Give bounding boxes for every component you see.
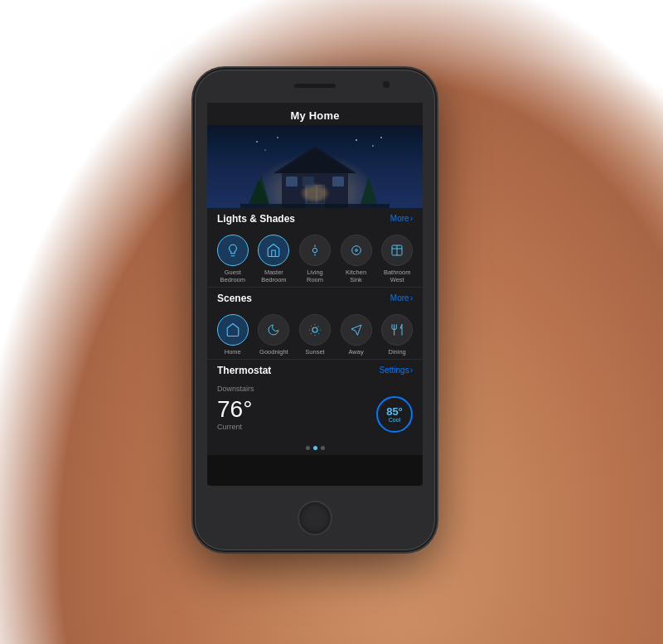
thermostat-location: Downstairs — [217, 385, 413, 393]
svg-point-27 — [312, 327, 317, 332]
page-dots — [207, 441, 423, 455]
scenes-icon-grid: Home Goodnight Sunset — [207, 307, 423, 359]
phone-camera — [383, 81, 390, 88]
phone-speaker — [294, 84, 336, 88]
svg-marker-10 — [278, 148, 352, 173]
target-temp-label: Cool — [389, 417, 400, 423]
light-item-master-bedroom[interactable]: MasterBedroom — [255, 235, 292, 283]
scene: My Home — [0, 0, 663, 644]
scene-label-dining: Dining — [389, 348, 406, 356]
light-item-living-room[interactable]: LivingRoom — [297, 235, 333, 283]
page-dot-1[interactable] — [306, 446, 310, 450]
light-icon-living-room — [299, 235, 331, 266]
light-icon-bathroom-west — [381, 235, 413, 266]
lights-section-title: Lights & Shades — [217, 213, 295, 225]
thermostat-section-header: Thermostat Settings › — [207, 359, 423, 380]
light-label-living-room: LivingRoom — [307, 269, 323, 283]
light-icon-guest-bedroom — [217, 235, 249, 266]
light-label-guest-bedroom: GuestBedroom — [220, 269, 245, 283]
lights-more-button[interactable]: More › — [390, 214, 413, 223]
scene-item-home[interactable]: Home — [215, 314, 251, 356]
scene-label-goodnight: Goodnight — [259, 348, 288, 356]
svg-point-2 — [356, 139, 357, 141]
scene-item-goodnight[interactable]: Goodnight — [255, 314, 292, 356]
scenes-section-title: Scenes — [217, 293, 252, 304]
page-dot-3[interactable] — [321, 446, 325, 450]
lights-section-header: Lights & Shades More › — [207, 208, 423, 228]
light-item-bathroom-west[interactable]: BathroomWest — [379, 235, 415, 283]
svg-point-0 — [256, 141, 258, 143]
light-icon-kitchen-sink — [341, 235, 372, 266]
current-temp-display: 76° Current — [217, 398, 252, 431]
scene-icon-sunset — [299, 314, 331, 346]
light-item-kitchen-sink[interactable]: KitchenSink — [338, 235, 375, 283]
svg-point-3 — [372, 145, 374, 147]
page-dot-2[interactable] — [313, 446, 317, 450]
svg-point-22 — [351, 245, 361, 254]
svg-rect-17 — [332, 177, 344, 186]
phone-bottom — [195, 486, 435, 550]
house-image[interactable] — [207, 125, 423, 208]
svg-marker-19 — [361, 177, 377, 204]
app-title: My Home — [207, 109, 423, 122]
home-button[interactable] — [298, 501, 332, 535]
phone-screen: My Home — [207, 103, 423, 486]
target-temp-display[interactable]: 85° Cool — [376, 396, 413, 433]
scene-item-sunset[interactable]: Sunset — [297, 314, 333, 356]
light-label-kitchen-sink: KitchenSink — [346, 269, 366, 283]
scenes-more-button[interactable]: More › — [390, 293, 413, 303]
thermostat-row: 76° Current 85° Cool — [217, 396, 413, 433]
thermostat-content: Downstairs 76° Current 85° Cool — [207, 380, 423, 441]
scene-icon-dining — [381, 314, 413, 346]
svg-point-23 — [355, 249, 357, 251]
light-label-master-bedroom: MasterBedroom — [261, 269, 286, 283]
house-svg — [240, 133, 390, 208]
scenes-section-header: Scenes More › — [207, 287, 423, 307]
scene-icon-goodnight — [258, 314, 289, 346]
phone-top — [195, 70, 435, 103]
svg-point-14 — [302, 185, 327, 201]
light-item-guest-bedroom[interactable]: GuestBedroom — [215, 235, 251, 283]
light-icon-master-bedroom — [258, 235, 289, 266]
svg-rect-15 — [286, 177, 298, 186]
scene-label-sunset: Sunset — [305, 348, 324, 356]
phone-frame: My Home — [195, 70, 435, 550]
thermostat-settings-button[interactable]: Settings › — [380, 366, 413, 375]
thermostat-title: Thermostat — [217, 365, 271, 376]
scene-label-away: Away — [348, 348, 363, 356]
current-temp-value: 76° — [217, 398, 252, 421]
svg-rect-16 — [302, 177, 314, 186]
scene-icon-home — [217, 314, 249, 346]
light-label-bathroom-west: BathroomWest — [384, 269, 411, 283]
scene-icon-away — [341, 314, 372, 346]
scene-item-dining[interactable]: Dining — [379, 314, 415, 356]
svg-point-5 — [264, 149, 266, 151]
screen-header: My Home — [207, 103, 423, 125]
current-temp-label: Current — [217, 423, 252, 431]
target-temp-value: 85° — [386, 406, 403, 417]
scene-label-home: Home — [225, 348, 241, 356]
screen-content: My Home — [207, 103, 423, 486]
svg-point-4 — [380, 137, 382, 138]
scene-item-away[interactable]: Away — [338, 314, 375, 356]
svg-point-1 — [277, 137, 278, 138]
svg-rect-18 — [240, 204, 390, 208]
lights-icon-grid: GuestBedroom MasterBedroom LivingRoom — [207, 228, 423, 287]
